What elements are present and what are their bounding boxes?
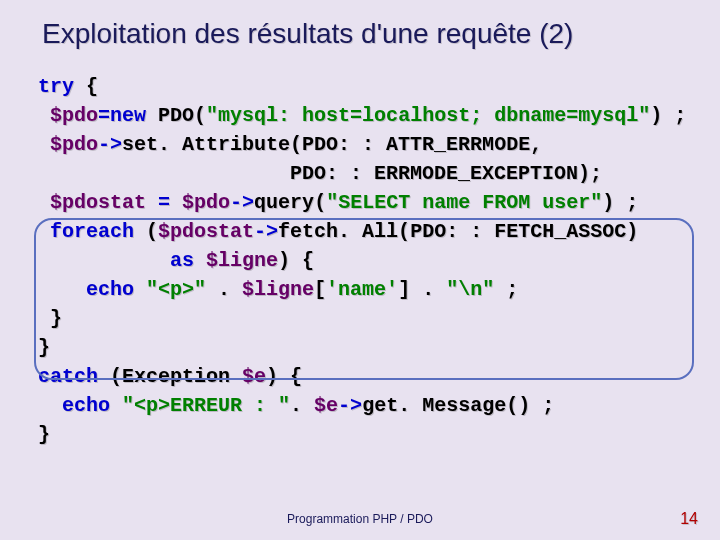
var-ligne: $ligne: [242, 278, 314, 301]
fn-fetchall: fetch. All: [278, 220, 398, 243]
semi: ;: [530, 394, 554, 417]
concat: .: [290, 394, 314, 417]
sp: [38, 191, 50, 214]
str-name: 'name': [326, 278, 398, 301]
kw-foreach: foreach: [50, 220, 134, 243]
fn-setattr: set. Attribute: [122, 133, 290, 156]
bracket-open: [: [314, 278, 326, 301]
page-number: 14: [680, 510, 698, 528]
paren-brace: ) {: [266, 365, 302, 388]
bracket-close: ]: [398, 278, 410, 301]
var-e: $e: [242, 365, 266, 388]
fn-query: query: [254, 191, 314, 214]
paren-open: (: [314, 191, 326, 214]
semi: ;: [494, 278, 518, 301]
brace-close: }: [38, 336, 50, 359]
fn-getmessage: get. Message: [362, 394, 506, 417]
sp: [38, 104, 50, 127]
op-arrow: ->: [338, 394, 362, 417]
sp: [38, 133, 50, 156]
paren-close: );: [578, 162, 602, 185]
sp: [134, 278, 146, 301]
parens: (): [506, 394, 530, 417]
semi: ;: [662, 104, 686, 127]
concat: .: [410, 278, 446, 301]
concat: .: [206, 278, 242, 301]
var-pdo: $pdo: [50, 133, 98, 156]
sp: [38, 307, 50, 330]
sp: [110, 394, 122, 417]
brace-close: }: [50, 307, 62, 330]
kw-echo: echo: [62, 394, 110, 417]
const-errmode: PDO: : ATTR_ERRMODE,: [302, 133, 542, 156]
paren-close: ): [650, 104, 662, 127]
op-arrow: ->: [254, 220, 278, 243]
op-arrow: ->: [98, 133, 122, 156]
kw-as: as: [170, 249, 194, 272]
sp: [170, 191, 182, 214]
str-erreur: "<p>ERREUR : ": [122, 394, 290, 417]
var-e: $e: [314, 394, 338, 417]
str-sql: "SELECT name FROM user": [326, 191, 602, 214]
sp: [38, 162, 290, 185]
paren-close: ): [626, 220, 638, 243]
sp: (: [134, 220, 158, 243]
sp: [38, 278, 86, 301]
paren-brace: ) {: [278, 249, 314, 272]
str-p: "<p>": [146, 278, 206, 301]
kw-try: try: [38, 75, 74, 98]
sp: [230, 365, 242, 388]
var-pdo: $pdo: [182, 191, 230, 214]
brace-open: {: [86, 75, 98, 98]
paren-open: (: [194, 104, 206, 127]
op-eq: =: [158, 191, 170, 214]
sp: (: [98, 365, 122, 388]
op-eqnew: =new: [98, 104, 146, 127]
sp: [194, 249, 206, 272]
var-pdostat: $pdostat: [50, 191, 146, 214]
var-pdo: $pdo: [50, 104, 98, 127]
paren-open: (: [398, 220, 410, 243]
var-ligne: $ligne: [206, 249, 278, 272]
sp: [38, 394, 62, 417]
cls-exception: Exception: [122, 365, 230, 388]
slide-title: Exploitation des résultats d'une requête…: [0, 0, 720, 50]
const-exception: PDO: : ERRMODE_EXCEPTION: [290, 162, 578, 185]
paren-open: (: [290, 133, 302, 156]
paren-close: ): [602, 191, 614, 214]
var-pdostat: $pdostat: [158, 220, 254, 243]
semi: ;: [614, 191, 638, 214]
sp: [38, 220, 50, 243]
kw-catch: catch: [38, 365, 98, 388]
sp: [146, 191, 158, 214]
kw-echo: echo: [86, 278, 134, 301]
code-block: try { $pdo=new PDO("mysql: host=localhos…: [0, 50, 720, 449]
str-nl: "\n": [446, 278, 494, 301]
brace-close: }: [38, 423, 50, 446]
cls-pdo: PDO: [158, 104, 194, 127]
str-dsn: "mysql: host=localhost; dbname=mysql": [206, 104, 650, 127]
op-arrow: ->: [230, 191, 254, 214]
footer-text: Programmation PHP / PDO: [0, 512, 720, 526]
const-fetchassoc: PDO: : FETCH_ASSOC: [410, 220, 626, 243]
sp: [38, 249, 170, 272]
